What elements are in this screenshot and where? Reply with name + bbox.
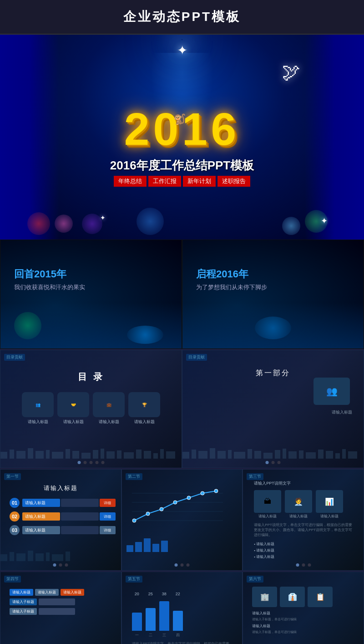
toc-label-3: 请输入标题 — [93, 419, 125, 425]
list-content-1: 请输入标题 — [22, 499, 60, 507]
toc-img-4: 🏆 — [128, 392, 160, 417]
nd3 — [65, 563, 68, 567]
svg-rect-32 — [288, 451, 297, 459]
slide2015-sub: 我们收获喜悦和汗水的果实 — [14, 283, 85, 291]
list-bar-1: 请输入标题 — [22, 499, 60, 507]
svg-rect-15 — [136, 450, 142, 459]
bokeh-blue-right — [127, 326, 163, 344]
data-slide-right: 第三节 请输入PPT说明文字 🏔 请输入标题 🧑‍💼 请输入标题 📊 请输入标题… — [243, 469, 364, 571]
ds2r-sub2: 请输入子标题，单击可进行编辑 — [252, 630, 354, 634]
svg-point-58 — [214, 489, 218, 493]
part1-item-label: 请输入标题 — [332, 409, 352, 415]
bxl1: 一 — [132, 633, 142, 638]
toc-img-3: 💼 — [93, 392, 125, 417]
header: 企业动态PPT模板 — [0, 0, 364, 35]
toc-img-1: 👥 — [22, 392, 54, 417]
svg-rect-11 — [101, 449, 104, 459]
nr3 — [308, 563, 311, 567]
tag-a3: 请输入标题 — [61, 589, 84, 596]
bar-stub-2 — [61, 512, 99, 521]
list-content-2: 请输入标题 — [22, 512, 60, 521]
nav-dot-3 — [90, 461, 93, 464]
dove-icon: 🕊 — [282, 62, 300, 82]
sparkle-right: ✦ — [321, 216, 328, 226]
svg-rect-5 — [46, 450, 50, 459]
nd2 — [59, 563, 62, 567]
list-num-2: 02 — [10, 511, 20, 521]
tag-3: 新年计划 — [183, 176, 216, 187]
cover-tags: 年终总结 工作汇报 新年计划 述职报告 — [113, 176, 251, 187]
toc-label: 目录贡献 — [4, 354, 25, 361]
nav-dot-1 — [78, 461, 81, 464]
cityscape-right — [182, 447, 364, 459]
list-bar-2: 请输入标题 — [22, 512, 60, 521]
data-slide2-mid: 第五节 20 25 38 22 一 二 三 四 请输入PPT说 — [121, 572, 243, 644]
nav-dots-toc — [78, 461, 105, 464]
ds2r-l1: 请输入标题 — [252, 611, 354, 616]
year-display: 2016 — [124, 103, 240, 155]
svg-rect-18 — [160, 449, 164, 459]
data-slide2-left: 第四节 请输入标题 请输入标题 请输入标题 请输入子标题 请输入子标题 — [0, 572, 121, 644]
rdp-label-3: 请输入标题 — [316, 514, 343, 519]
toc-slide-left: 目录贡献 目 录 👥 请输入标题 🤝 请输入标题 💼 请输入标题 🏆 请输入标题 — [0, 350, 182, 468]
rdp-bullet-list: • 请输入标题 • 请输入标题 • 请输入标题 — [254, 542, 353, 559]
part1-slide: 目录贡献 第一部分 👥 请输入标题 — [182, 350, 364, 468]
svg-rect-42 — [16, 553, 25, 561]
sparkle-left: ✦ — [100, 214, 106, 221]
bokeh-blue2 — [282, 217, 300, 235]
svg-rect-8 — [72, 451, 79, 459]
toc-label-2: 请输入标题 — [57, 419, 89, 425]
data-slide2-right: 第六节 🏢 👔 📋 请输入标题 请输入子标题，单击可进行编辑 请输入标题 请输入… — [243, 572, 364, 644]
bokeh-pink — [55, 215, 73, 233]
data-list-label: 第一节 — [4, 473, 21, 480]
toc-item-3: 💼 请输入标题 — [93, 392, 125, 425]
svg-rect-27 — [248, 449, 252, 459]
svg-rect-7 — [66, 449, 70, 459]
bn1: 20 — [132, 589, 142, 597]
data-list-title: 请输入标题 — [6, 484, 116, 492]
cover-subtitle: 2016年度工作总结PPT模板 — [110, 158, 254, 174]
svg-point-57 — [201, 491, 204, 495]
ds2-left-tags: 请输入标题 请输入标题 请输入标题 请输入子标题 请输入子标题 — [6, 589, 116, 615]
svg-rect-19 — [166, 451, 175, 459]
ds2-left-label: 第四节 — [4, 576, 21, 583]
list-content-3: 请输入标题 — [22, 526, 60, 534]
svg-rect-45 — [46, 552, 50, 561]
toc-section: 目录贡献 目 录 👥 请输入标题 🤝 请输入标题 💼 请输入标题 🏆 请输入标题 — [0, 349, 364, 468]
nc3 — [187, 563, 190, 567]
svg-rect-1 — [10, 450, 14, 459]
ds2-right-label: 第六节 — [247, 576, 263, 583]
tag-c1: 请输入子标题 — [10, 608, 37, 615]
data-section-1: 第一节 请输入标题 01 请输入标题 详细 02 请输入标题 详细 03 — [0, 468, 364, 571]
svg-rect-30 — [275, 450, 280, 459]
svg-rect-39 — [348, 451, 357, 459]
svg-rect-2 — [16, 451, 25, 459]
bn3: 38 — [159, 589, 169, 597]
line-chart-svg — [127, 484, 228, 530]
bn2: 25 — [146, 589, 156, 597]
part1-img: 👥 — [313, 378, 350, 405]
slide2016-title: 启程2016年 — [196, 267, 248, 281]
part1-label: 目录贡献 — [186, 354, 207, 361]
bar-extra-2: 详细 — [100, 512, 116, 521]
svg-rect-36 — [326, 451, 333, 459]
bar1 — [132, 613, 142, 631]
bn4: 22 — [173, 589, 183, 597]
bar-chart-container: 20 25 38 22 一 二 三 四 请输入PPT说明文字，单击文字可进行编辑… — [127, 589, 237, 644]
data-slide-list: 第一节 请输入标题 01 请输入标题 详细 02 请输入标题 详细 03 — [0, 469, 121, 571]
ds2r-img-2: 👔 — [280, 587, 305, 607]
svg-rect-31 — [283, 449, 286, 459]
rdp-text: 请输入PPT说明文字，单击文字可进行编辑，根据自己的需要更改文字的大小、颜色等。… — [254, 522, 353, 538]
bokeh-purple — [82, 214, 102, 234]
svg-point-52 — [132, 519, 136, 522]
nav-dots-d2 — [175, 563, 190, 567]
svg-rect-10 — [93, 450, 98, 459]
svg-rect-34 — [306, 452, 316, 459]
svg-point-56 — [187, 496, 191, 500]
rdp-item-2: 🧑‍💼 请输入标题 — [285, 490, 312, 519]
nc2 — [181, 563, 184, 567]
toc-label-4: 请输入标题 — [128, 419, 160, 425]
cover-slide: ✦ 2016 🐒 2016年度工作总结PPT模板 年终总结 工作汇报 新年计划 … — [0, 35, 364, 240]
rdp: 请输入PPT说明文字 🏔 请输入标题 🧑‍💼 请输入标题 📊 请输入标题 请输入… — [248, 475, 358, 565]
nav-dot-p1-1 — [266, 461, 269, 464]
